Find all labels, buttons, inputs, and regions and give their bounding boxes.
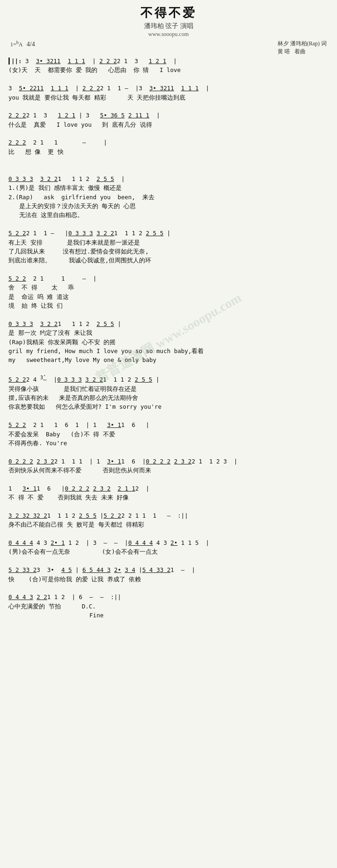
- website: www.sooopu.com: [8, 31, 329, 38]
- content-area: 普普道谱网 www.sooopu.com ||: 3 3• 3211 1 1 1…: [8, 57, 329, 620]
- song-title: 不得不爱: [8, 5, 329, 21]
- page: 不得不爱 潘玮柏 弦子 演唱 www.sooopu.com 1=bA 4/4 林…: [0, 0, 337, 629]
- sheet-music: ||: 3 3• 3211 1 1 1 | 2 2 22 1 3 1 2 1 |…: [8, 57, 329, 620]
- credits-right: 林夕 潘玮柏(Rap) 词黄 嗒 着曲: [278, 40, 327, 56]
- key-display: 1=bA 4/4: [10, 40, 35, 56]
- subtitle: 潘玮柏 弦子 演唱: [8, 22, 329, 30]
- credits: 1=bA 4/4 林夕 潘玮柏(Rap) 词黄 嗒 着曲: [8, 40, 329, 56]
- title-section: 不得不爱 潘玮柏 弦子 演唱 www.sooopu.com: [8, 5, 329, 38]
